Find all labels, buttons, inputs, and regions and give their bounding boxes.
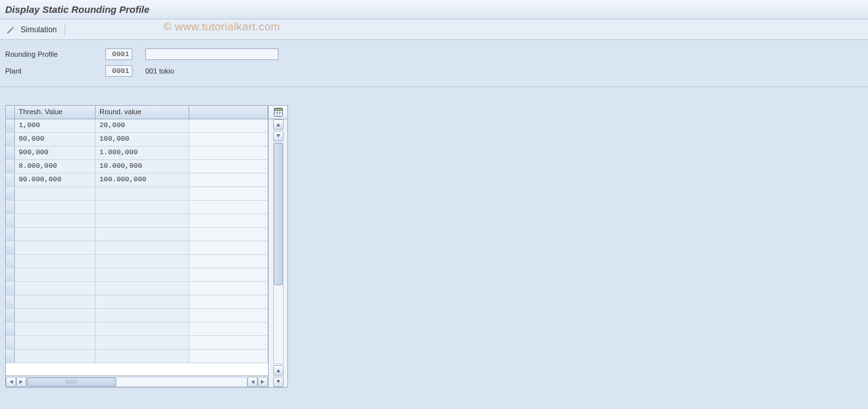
cell-round[interactable]: 100,000 — [96, 133, 189, 146]
plant-field[interactable] — [105, 65, 132, 77]
table-row[interactable]: 1,00020,000 — [6, 119, 268, 133]
cell-round[interactable] — [96, 268, 189, 281]
rounding-profile-desc-field[interactable] — [145, 48, 278, 60]
cell-thresh[interactable] — [15, 187, 96, 200]
row-selector[interactable] — [6, 282, 15, 295]
table-row[interactable] — [6, 214, 268, 228]
table-row[interactable]: 60,000100,000 — [6, 133, 268, 146]
cell-round[interactable]: 10.000,000 — [96, 160, 189, 173]
row-selector[interactable] — [6, 323, 15, 335]
rounding-profile-field[interactable] — [105, 48, 132, 60]
cell-round[interactable] — [96, 295, 189, 308]
table-row[interactable] — [6, 336, 268, 350]
row-selector[interactable] — [6, 309, 15, 322]
row-selector[interactable] — [6, 174, 15, 186]
table-row[interactable] — [6, 282, 268, 295]
row-selector[interactable] — [6, 201, 15, 214]
simulation-button[interactable]: Simulation — [21, 25, 57, 34]
row-selector[interactable] — [6, 255, 15, 268]
hscroll-right-icon[interactable] — [247, 377, 258, 387]
table-row[interactable]: 90.000,000100.000,000 — [6, 174, 268, 187]
cell-round[interactable] — [96, 309, 189, 322]
hscroll-thumb[interactable] — [27, 377, 116, 386]
table-row[interactable] — [6, 201, 268, 214]
horizontal-scrollbar[interactable] — [6, 375, 268, 387]
vscroll-top-icon[interactable] — [273, 119, 284, 130]
row-selector[interactable] — [6, 146, 15, 159]
hscroll-left-icon[interactable] — [16, 377, 26, 387]
cell-round[interactable] — [96, 201, 189, 214]
table-row[interactable] — [6, 350, 268, 363]
vscroll-track[interactable] — [273, 143, 284, 364]
table-header: Thresh. Value Round. value — [6, 106, 268, 119]
cell-thresh[interactable]: 8.000,000 — [15, 160, 96, 173]
table-config-button[interactable] — [269, 106, 287, 119]
row-selector[interactable] — [6, 268, 15, 281]
column-header-round[interactable]: Round. value — [96, 106, 189, 119]
table-row[interactable] — [6, 295, 268, 309]
cell-round[interactable] — [96, 323, 189, 335]
cell-thresh[interactable] — [15, 309, 96, 322]
cell-round[interactable]: 100.000,000 — [96, 174, 189, 186]
row-selector[interactable] — [6, 119, 15, 132]
vscroll-up-icon[interactable] — [273, 131, 284, 141]
cell-thresh[interactable] — [15, 214, 96, 227]
cell-round[interactable] — [96, 282, 189, 295]
cell-empty — [189, 336, 268, 349]
cell-round[interactable] — [96, 228, 189, 241]
cell-round[interactable]: 20,000 — [96, 119, 189, 132]
vscroll-down-icon[interactable] — [273, 365, 284, 375]
row-selector[interactable] — [6, 160, 15, 173]
cell-round[interactable] — [96, 350, 189, 363]
row-selector[interactable] — [6, 295, 15, 308]
rounding-profile-label: Rounding Profile — [5, 50, 105, 58]
vscroll-thumb[interactable] — [274, 143, 283, 285]
cell-thresh[interactable] — [15, 350, 96, 363]
cell-round[interactable] — [96, 336, 189, 349]
table-row[interactable]: 8.000,00010.000,000 — [6, 160, 268, 174]
cell-thresh[interactable] — [15, 201, 96, 214]
table-select-all[interactable] — [6, 106, 15, 119]
vertical-scrollbar[interactable] — [269, 119, 287, 387]
table-row[interactable] — [6, 187, 268, 201]
table-row[interactable] — [6, 255, 268, 268]
cell-empty — [189, 323, 268, 335]
table-row[interactable]: 900,0001.000,000 — [6, 146, 268, 160]
table-row[interactable] — [6, 241, 268, 255]
cell-thresh[interactable] — [15, 336, 96, 349]
row-selector[interactable] — [6, 228, 15, 241]
table-row[interactable] — [6, 228, 268, 241]
cell-thresh[interactable] — [15, 268, 96, 281]
hscroll-track[interactable] — [26, 377, 247, 387]
row-selector[interactable] — [6, 187, 15, 200]
row-selector[interactable] — [6, 214, 15, 227]
cell-thresh[interactable] — [15, 282, 96, 295]
row-selector[interactable] — [6, 350, 15, 363]
row-selector[interactable] — [6, 241, 15, 254]
cell-round[interactable] — [96, 214, 189, 227]
vscroll-bottom-icon[interactable] — [273, 377, 284, 387]
cell-thresh[interactable] — [15, 241, 96, 254]
table-row[interactable] — [6, 268, 268, 282]
table-row[interactable] — [6, 323, 268, 336]
hscroll-last-icon[interactable] — [258, 377, 268, 387]
cell-thresh[interactable]: 1,000 — [15, 119, 96, 132]
table-row[interactable] — [6, 309, 268, 323]
column-header-thresh[interactable]: Thresh. Value — [15, 106, 96, 119]
cell-thresh[interactable]: 60,000 — [15, 133, 96, 146]
cell-thresh[interactable] — [15, 323, 96, 335]
cell-empty — [189, 350, 268, 363]
cell-round[interactable] — [96, 187, 189, 200]
cell-thresh[interactable]: 90.000,000 — [15, 174, 96, 186]
hscroll-first-icon[interactable] — [6, 377, 16, 387]
cell-empty — [189, 119, 268, 132]
cell-round[interactable] — [96, 241, 189, 254]
cell-round[interactable] — [96, 255, 189, 268]
cell-thresh[interactable]: 900,000 — [15, 146, 96, 159]
row-selector[interactable] — [6, 133, 15, 146]
cell-thresh[interactable] — [15, 255, 96, 268]
cell-thresh[interactable] — [15, 295, 96, 308]
row-selector[interactable] — [6, 336, 15, 349]
cell-thresh[interactable] — [15, 228, 96, 241]
cell-round[interactable]: 1.000,000 — [96, 146, 189, 159]
